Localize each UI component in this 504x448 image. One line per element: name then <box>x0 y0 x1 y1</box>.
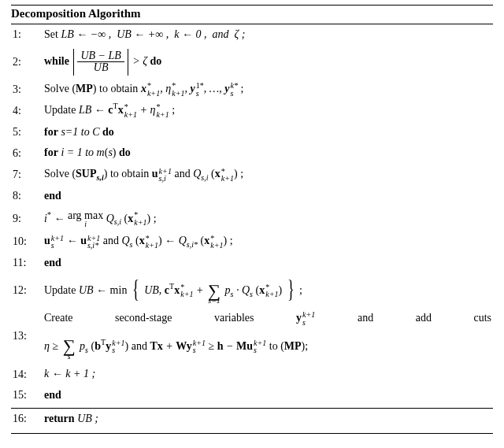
math: UB ← <box>79 284 110 296</box>
keyword-do: do <box>150 55 161 67</box>
math: y <box>106 340 111 352</box>
math: LB ← <box>79 104 108 116</box>
math: y <box>190 83 195 94</box>
text: variables <box>214 312 254 324</box>
math: u <box>80 235 87 246</box>
line-12: 12: Update UB ← min { UB, cTx*k+1 + ∑s=1… <box>11 274 493 309</box>
line-body: i* ← arg maxi Qs,i (x*k+1) ; <box>43 207 493 231</box>
line-13b: η ≥ ∑s ps (bTyk+1s) and Tx + Wyk+1s ≥ h … <box>11 330 493 365</box>
math: UB, <box>144 284 165 296</box>
line-body: η ≥ ∑s ps (bTyk+1s) and Tx + Wyk+1s ≥ h … <box>43 330 493 365</box>
mp: MP <box>284 340 302 352</box>
math: x <box>128 212 133 224</box>
line-body: end <box>43 385 493 406</box>
algorithm-table: 1: Set LB ← −∞ , UB ← +∞ , k ← 0 , and ζ… <box>11 24 493 406</box>
text: ) ; <box>224 235 233 246</box>
text: Solve ( <box>44 168 76 180</box>
math: u <box>44 235 50 246</box>
supsub: k+1s,i* <box>87 235 100 250</box>
text: ) to obtain <box>93 83 141 94</box>
line-num: 16: <box>11 409 43 430</box>
math: Q <box>121 235 129 246</box>
supsub: *k+1 <box>146 235 158 250</box>
text: and <box>358 312 373 324</box>
line-num: 13: <box>11 308 43 364</box>
text: and <box>174 168 193 180</box>
line-7: 7: Solve (SUPs,i) to obtain uk+1s,i and … <box>11 164 493 185</box>
math: y <box>224 83 229 94</box>
line-body: Solve (SUPs,i) to obtain uk+1s,i and Qs,… <box>43 164 493 185</box>
line-body: uk+1s ← uk+1s,i* and Qs (x*k+1) ← Qs,i* … <box>43 231 493 252</box>
math: s=1 to C <box>58 126 102 138</box>
math: Tx <box>150 340 162 352</box>
algorithm-title: Decomposition Algorithm <box>11 6 493 24</box>
supsub: *k+1 <box>134 211 146 226</box>
text: ) <box>125 340 129 352</box>
math: η ≥ <box>44 340 61 352</box>
line-num: 15: <box>11 385 43 406</box>
math: ← <box>64 235 80 246</box>
line-body: while UB − LB UB > ζ do <box>43 46 493 79</box>
keyword-return: return <box>44 413 77 424</box>
text: ) ; <box>147 212 157 224</box>
line-num: 8: <box>11 186 43 207</box>
line-13a: 13: Create second-stage variables yk+1s … <box>11 308 493 329</box>
supsub: k+1s <box>51 235 64 250</box>
argmax: arg maxi <box>68 210 103 228</box>
supsub: k+1s <box>193 339 206 354</box>
text: ( <box>88 340 94 352</box>
sub: s,i* <box>187 240 198 249</box>
text: ; <box>296 284 302 296</box>
math: x <box>141 83 146 94</box>
frac-num: UB − LB <box>77 50 124 63</box>
supsub: 1*s <box>196 82 204 97</box>
line-9: 9: i* ← arg maxi Qs,i (x*k+1) ; <box>11 207 493 231</box>
text: ( <box>121 212 128 224</box>
keyword-while: while <box>44 55 72 67</box>
sub: s,i <box>97 173 104 182</box>
supsub: k*s <box>230 82 238 97</box>
supsub: *k+1 <box>180 283 193 298</box>
abs-bar <box>128 49 128 76</box>
sum-icon: ∑s <box>63 333 76 361</box>
text: Set <box>44 28 61 40</box>
text: ) ; <box>234 168 243 180</box>
text: ); <box>302 340 309 352</box>
lbrace-icon: { <box>132 284 139 296</box>
line-3: 3: Solve (MP) to obtain x*k+1, η*k+1, y1… <box>11 79 493 100</box>
keyword-do: do <box>102 126 114 138</box>
math: + η <box>137 104 155 116</box>
abs-bar <box>73 49 74 76</box>
line-num: 5: <box>11 122 43 143</box>
math: Q <box>179 235 187 246</box>
line-11: 11: end <box>11 253 493 274</box>
text: ) ← <box>158 235 179 246</box>
line-num: 1: <box>11 24 43 46</box>
line-num: 11: <box>11 253 43 274</box>
line-body: end <box>43 186 493 207</box>
sub: s,i <box>201 173 208 182</box>
keyword-for: for <box>44 126 58 138</box>
text: and <box>132 340 150 352</box>
line-2: 2: while UB − LB UB > ζ do <box>11 46 493 79</box>
math: · Q <box>233 284 250 296</box>
text: Create <box>44 312 73 324</box>
math: Q <box>106 212 114 224</box>
text: ) to obtain <box>104 168 152 180</box>
text: Solve ( <box>44 83 76 94</box>
math: ≥ <box>206 340 217 352</box>
math: Mu <box>236 340 253 352</box>
mp: MP <box>76 83 93 94</box>
math: Wy <box>176 340 191 352</box>
text: ( <box>253 284 259 296</box>
text: ; <box>238 83 243 94</box>
math: > ζ <box>132 55 150 67</box>
algorithm-box: Decomposition Algorithm 1: Set LB ← −∞ ,… <box>0 0 504 448</box>
fraction: UB − LB UB <box>77 50 124 74</box>
math: x <box>174 284 180 296</box>
math: + <box>194 284 206 296</box>
line-body: Set LB ← −∞ , UB ← +∞ , k ← 0 , and ζ ; <box>43 24 493 46</box>
line-num: 3: <box>11 79 43 100</box>
text: Update <box>44 104 79 116</box>
line-body: return UB ; <box>43 409 493 430</box>
